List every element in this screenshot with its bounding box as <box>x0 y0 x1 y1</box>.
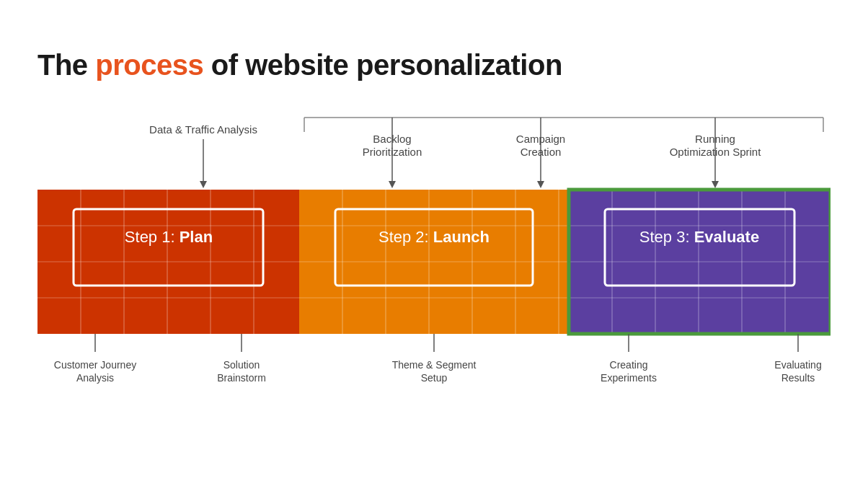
label-campaign-1: Campaign <box>516 133 565 145</box>
label-backlog-2: Prioritization <box>363 146 422 158</box>
arrowhead-data-traffic <box>200 181 207 188</box>
label-ce-1: Creating <box>610 359 648 371</box>
main-container: The process of website personalization D… <box>23 27 845 459</box>
title-highlight: process <box>95 49 203 81</box>
label-er-1: Evaluating <box>774 359 821 371</box>
label-running-2: Optimization Sprint <box>670 146 762 158</box>
label-sb-2: Brainstorm <box>217 372 266 384</box>
label-running-1: Running <box>695 133 735 145</box>
process-diagram: Data & Traffic Analysis Backlog Prioriti… <box>37 103 831 435</box>
label-er-2: Results <box>781 372 815 384</box>
label-ce-2: Experiments <box>601 372 657 384</box>
title-prefix: The <box>37 49 95 81</box>
title-suffix: of website personalization <box>203 49 562 81</box>
label-tss-1: Theme & Segment <box>392 359 477 371</box>
step2-label: Step 2: Launch <box>378 228 490 246</box>
label-tss-2: Setup <box>421 372 448 384</box>
step1-label: Step 1: Plan <box>125 228 213 246</box>
step3-label: Step 3: Evaluate <box>639 228 759 246</box>
arrowhead-backlog <box>389 181 396 188</box>
label-cja-1: Customer Journey <box>54 359 136 371</box>
arrowhead-campaign <box>537 181 544 188</box>
arrowhead-running <box>712 181 719 188</box>
label-backlog-1: Backlog <box>373 133 411 145</box>
label-campaign-2: Creation <box>521 146 562 158</box>
diagram: Data & Traffic Analysis Backlog Prioriti… <box>37 103 831 438</box>
label-sb-1: Solution <box>223 359 260 371</box>
label-data-traffic: Data & Traffic Analysis <box>149 123 257 136</box>
label-cja-2: Analysis <box>76 372 114 384</box>
page-title: The process of website personalization <box>37 49 831 81</box>
